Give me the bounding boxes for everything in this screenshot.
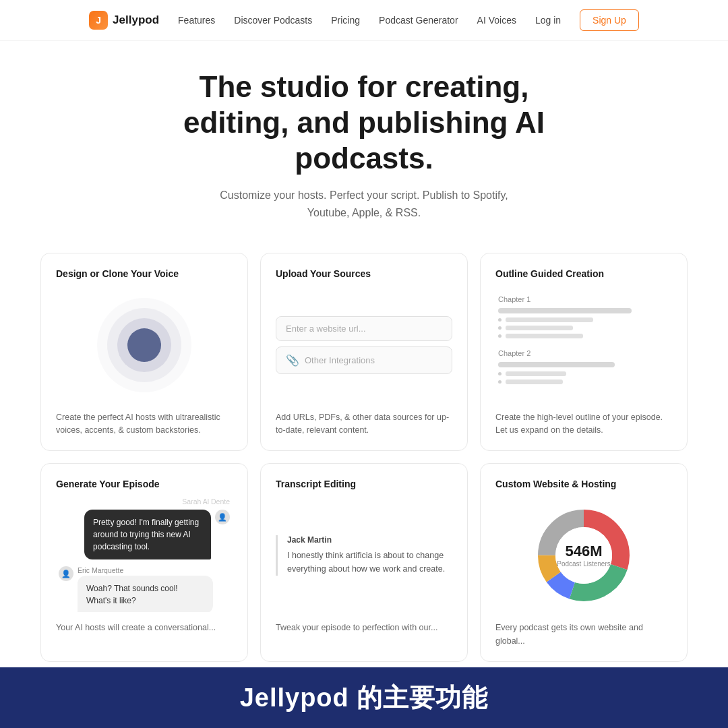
donut-stat-label: Podcast Listeners	[557, 560, 611, 568]
outline-line	[506, 334, 583, 338]
avatar-sarah: 👤	[215, 510, 230, 524]
chapter2-bar	[498, 362, 615, 367]
donut-stat-number: 546M	[557, 544, 611, 560]
chat-bubble-light: Woah? That sounds cool! What's it like?	[78, 576, 213, 612]
card-hosting-desc: Every podcast gets its own website and g…	[495, 621, 672, 648]
chat-bubble-right-1: Sarah Al Dente Pretty good! I'm finally …	[84, 499, 230, 559]
logo-icon: J	[89, 11, 108, 30]
card-generate: Generate Your Episode Sarah Al Dente Pre…	[40, 463, 248, 662]
chat-bubble-dark: Pretty good! I'm finally getting around …	[84, 510, 211, 559]
card-voice-title: Design or Clone Your Voice	[56, 268, 233, 279]
avatar-eric: 👤	[59, 566, 73, 581]
integrations-box[interactable]: 📎 Other Integrations	[276, 346, 452, 374]
nav-ai-voices[interactable]: AI Voices	[477, 15, 516, 26]
transcript-speaker: Jack Martin	[287, 535, 450, 545]
card-sources-desc: Add URLs, PDFs, & other data sources for…	[276, 411, 452, 437]
login-button[interactable]: Log in	[535, 15, 561, 26]
chat-speaker2-name: Eric Marquette	[78, 566, 213, 574]
card-transcript-title: Transcript Editing	[276, 479, 452, 489]
hero-heading: The studio for creating, editing, and pu…	[162, 69, 566, 176]
chapter2-label: Chapter 2	[498, 349, 669, 357]
cards-grid: Design or Clone Your Voice Create the pe…	[40, 253, 688, 663]
bottom-banner: Jellypod 的主要功能	[0, 667, 728, 728]
integrations-label: Other Integrations	[305, 355, 375, 365]
chat-bubble-left-1: 👤 Eric Marquette Woah? That sounds cool!…	[59, 566, 213, 612]
card-generate-visual: Sarah Al Dente Pretty good! I'm finally …	[56, 499, 233, 612]
card-voice: Design or Clone Your Voice Create the pe…	[40, 253, 248, 452]
outline-dot	[498, 372, 502, 375]
card-hosting: Custom Website & Hosting	[480, 463, 688, 662]
clip-icon: 📎	[286, 354, 299, 367]
outline-dot	[498, 326, 502, 330]
outline-line	[506, 380, 563, 384]
donut-center: 546M Podcast Listeners	[557, 544, 611, 568]
card-generate-desc: Your AI hosts will create a conversation…	[56, 621, 233, 634]
card-outline-visual: Chapter 1	[495, 289, 672, 402]
card-transcript: Transcript Editing Jack Martin I honestl…	[260, 463, 468, 662]
outline-line	[506, 371, 566, 376]
chapter2-row-1	[498, 371, 669, 376]
outline-dot	[498, 380, 502, 384]
chapter1-label: Chapter 1	[498, 295, 669, 303]
card-voice-visual	[56, 289, 233, 402]
card-outline-title: Outline Guided Creation	[495, 268, 672, 279]
outline-chapter-1: Chapter 1	[498, 295, 669, 338]
transcript-ui: Jack Martin I honestly think artificia i…	[276, 535, 452, 576]
features-section: Design or Clone Your Voice Create the pe…	[0, 242, 728, 673]
nav-podcast-generator[interactable]: Podcast Generator	[379, 15, 458, 26]
logo-text: Jellypod	[113, 13, 159, 27]
nav-discover-podcasts[interactable]: Discover Podcasts	[234, 15, 312, 26]
chapter1-bar	[498, 308, 632, 313]
card-transcript-desc: Tweak your episode to perfection with ou…	[276, 621, 452, 634]
outline-dot	[498, 318, 502, 322]
chapter1-row-3	[498, 334, 669, 338]
chapter1-row-1	[498, 317, 669, 322]
chapter1-row-2	[498, 326, 669, 330]
hero-subtext: Customize your hosts. Perfect your scrip…	[209, 187, 519, 221]
card-sources: Upload Your Sources Enter a website url.…	[260, 253, 468, 452]
card-outline: Outline Guided Creation Chapter 1	[480, 253, 688, 452]
chat-speaker1-name: Sarah Al Dente	[182, 499, 230, 506]
card-hosting-visual: 546M Podcast Listeners	[495, 499, 672, 612]
chat-ui: Sarah Al Dente Pretty good! I'm finally …	[56, 499, 233, 612]
signup-button[interactable]: Sign Up	[580, 9, 639, 31]
outline-dot	[498, 334, 502, 338]
outline-line	[506, 317, 593, 322]
transcript-quote: I honestly think artificia is about to c…	[287, 549, 450, 576]
banner-text: Jellypod 的主要功能	[240, 681, 489, 715]
donut-chart: 546M Podcast Listeners	[530, 502, 638, 609]
voice-circle-4	[127, 328, 161, 362]
navbar: J Jellypod Features Discover Podcasts Pr…	[0, 0, 728, 41]
url-input[interactable]: Enter a website url...	[276, 316, 452, 341]
chapter2-row-2	[498, 380, 669, 384]
upload-ui: Enter a website url... 📎 Other Integrati…	[276, 316, 452, 374]
card-sources-visual: Enter a website url... 📎 Other Integrati…	[276, 289, 452, 402]
card-sources-title: Upload Your Sources	[276, 268, 452, 279]
outline-ui: Chapter 1	[495, 295, 672, 395]
card-outline-desc: Create the high-level outline of your ep…	[495, 411, 672, 437]
hero-section: The studio for creating, editing, and pu…	[0, 41, 728, 242]
card-generate-title: Generate Your Episode	[56, 479, 233, 489]
nav-logo[interactable]: J Jellypod	[89, 11, 159, 30]
card-hosting-title: Custom Website & Hosting	[495, 479, 672, 489]
outline-chapter-2: Chapter 2	[498, 349, 669, 384]
outline-line	[506, 326, 573, 330]
nav-pricing[interactable]: Pricing	[331, 15, 360, 26]
nav-features[interactable]: Features	[178, 15, 215, 26]
card-voice-desc: Create the perfect AI hosts with ultrare…	[56, 411, 233, 437]
card-transcript-visual: Jack Martin I honestly think artificia i…	[276, 499, 452, 612]
voice-circles	[97, 298, 191, 392]
